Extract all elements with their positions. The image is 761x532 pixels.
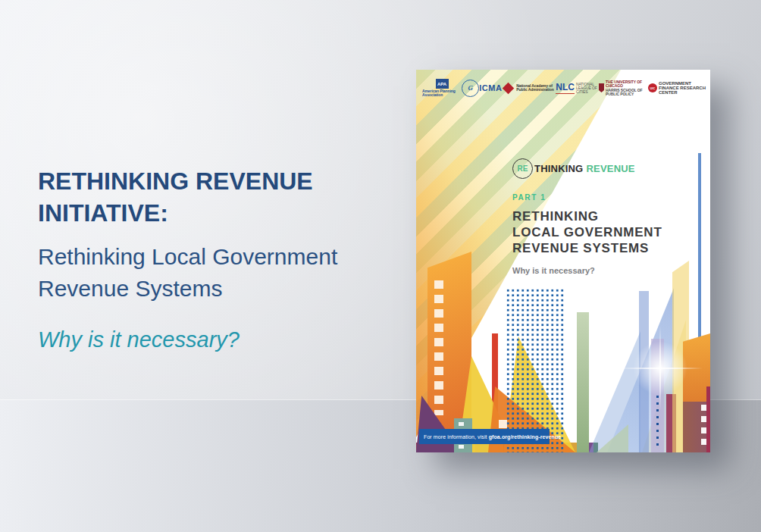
icma-logo: ICMA xyxy=(479,83,502,92)
brand-thinking: THINKING xyxy=(534,163,583,174)
apa-logo-label: American Planning Association xyxy=(422,89,462,97)
gfoa-logo-icon: G xyxy=(462,80,479,97)
orange-building-windows xyxy=(434,280,443,415)
cover-title: RETHINKING LOCAL GOVERNMENT REVENUE SYST… xyxy=(512,208,687,256)
harris-logo: THE UNIVERSITY OF CHICAGO HARRIS SCHOOL … xyxy=(599,80,648,96)
cover-text-block: RE THINKING REVENUE PART 1 RETHINKING LO… xyxy=(512,158,687,275)
brand-circle-icon: RE xyxy=(512,158,533,179)
harris-logo-school: HARRIS SCHOOL OF PUBLIC POLICY xyxy=(606,89,647,96)
slide-question: Why is it necessary? xyxy=(38,326,409,353)
part-label: PART 1 xyxy=(512,193,687,202)
crimson-edge-strip xyxy=(706,386,710,452)
napa-logo-icon xyxy=(503,82,515,94)
footer-link: gfoa.org/rethinking-revenue xyxy=(489,434,562,440)
flare-vertical-ray xyxy=(659,326,661,411)
nlc-logo: NLC NATIONAL LEAGUE OF CITIES xyxy=(556,82,599,94)
cover-title-line-3: REVENUE SYSTEMS xyxy=(512,240,687,256)
slide-background: RETHINKING REVENUE INITIATIVE: Rethinkin… xyxy=(0,0,761,532)
nlc-logo-icon: NLC xyxy=(556,82,575,94)
napa-logo-label: National Academy of Public Administratio… xyxy=(516,84,556,92)
gfrc-logo-label: GOVERNMENT FINANCE RESEARCH CENTER xyxy=(659,81,706,95)
harris-logo-university: THE UNIVERSITY OF CHICAGO xyxy=(606,80,648,88)
dotted-skyscraper xyxy=(506,288,565,452)
rethinking-revenue-brand: RE THINKING REVENUE xyxy=(512,158,687,179)
brand-re: RE xyxy=(518,164,528,173)
brand-revenue: REVENUE xyxy=(586,163,634,174)
nlc-logo-label: NATIONAL LEAGUE OF CITIES xyxy=(576,83,599,94)
intro-text-block: RETHINKING REVENUE INITIATIVE: Rethinkin… xyxy=(38,165,409,353)
light-flare-icon xyxy=(628,336,692,400)
green-column-building xyxy=(577,312,589,452)
harris-logo-text: THE UNIVERSITY OF CHICAGO HARRIS SCHOOL … xyxy=(606,80,648,96)
cover-title-line-2: LOCAL GOVERNMENT xyxy=(512,224,687,240)
icma-logo-icon: ICMA xyxy=(479,83,502,92)
slide-subtitle: Rethinking Local Government Revenue Syst… xyxy=(38,241,409,305)
partner-logo-row: APA American Planning Association G ICMA… xyxy=(422,76,706,100)
gfoa-logo: G xyxy=(462,80,479,97)
napa-logo: National Academy of Public Administratio… xyxy=(502,84,556,92)
report-cover: APA American Planning Association G ICMA… xyxy=(416,70,710,452)
footer-prefix: For more information, visit xyxy=(424,434,489,440)
cover-subtitle: Why is it necessary? xyxy=(512,266,687,275)
blue-antenna-line xyxy=(698,153,701,358)
gfrc-logo-icon: UIC xyxy=(648,83,657,92)
harris-logo-icon xyxy=(599,83,604,92)
apa-logo: APA American Planning Association xyxy=(422,79,462,97)
cover-footer-text: For more information, visit gfoa.org/ret… xyxy=(424,434,561,440)
cover-footer-bar: For more information, visit gfoa.org/ret… xyxy=(419,429,550,444)
slide-title: RETHINKING REVENUE INITIATIVE: xyxy=(38,165,409,229)
cover-title-line-1: RETHINKING xyxy=(512,208,687,224)
gfrc-logo: UIC GOVERNMENT FINANCE RESEARCH CENTER xyxy=(648,81,706,95)
apa-logo-icon: APA xyxy=(436,79,449,89)
